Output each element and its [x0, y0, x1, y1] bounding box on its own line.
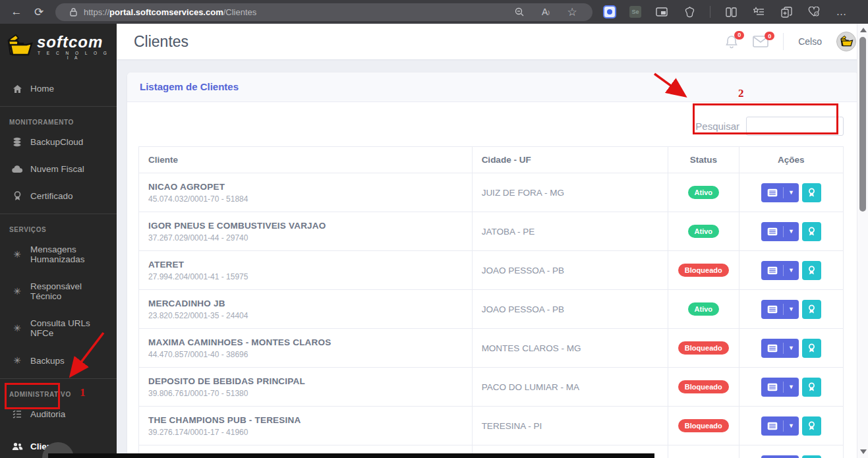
table-row: THE CHAMPIONS PUB - TERESINA 39.276.174/…: [139, 407, 844, 445]
client-city: MONTES CLAROS - MG: [482, 343, 581, 353]
certificate-action-button[interactable]: [802, 455, 821, 458]
details-dropdown-button[interactable]: ▼: [761, 222, 799, 241]
users-icon: [9, 442, 25, 451]
sidebar-item-certificado[interactable]: Certificado: [0, 183, 117, 210]
client-cnpj: 39.276.174/0001-17 - 41960: [148, 428, 463, 437]
status-badge: Bloqueado: [678, 264, 729, 277]
table-row: IGOR PNEUS E COMBUSTIVEIS VARJAO 37.267.…: [139, 212, 844, 251]
sidebar-item-nuvem-fiscal[interactable]: Nuvem Fiscal: [0, 156, 117, 183]
list-card-icon: [761, 383, 783, 391]
medal-icon: [807, 382, 816, 392]
card-header: Listagem de Clientes: [127, 72, 858, 102]
more-menu-icon[interactable]: …: [834, 5, 849, 19]
sidebar-item-label: BackupCloud: [30, 137, 83, 147]
picture-in-picture-icon[interactable]: [654, 5, 669, 19]
client-cnpj: 37.267.029/0001-44 - 29740: [148, 233, 463, 243]
client-cnpj: 39.806.761/0001-70 - 51380: [148, 389, 463, 398]
url-text[interactable]: https://portal.softcomservices.com/Clien…: [84, 7, 512, 17]
asterisk-icon: ✳: [9, 249, 25, 260]
details-dropdown-button[interactable]: ▼: [761, 339, 799, 358]
browser-essentials-icon[interactable]: [807, 5, 821, 19]
collections-icon[interactable]: [751, 5, 766, 19]
sidebar-item-backups[interactable]: ✳ Backups: [0, 347, 117, 374]
scroll-down-arrow[interactable]: [860, 449, 867, 454]
scrollbar-thumb[interactable]: [859, 37, 866, 212]
selenium-extension-icon[interactable]: Se: [629, 6, 641, 18]
search-input[interactable]: [746, 117, 844, 136]
logo[interactable]: softcom T E C N O L O G I A: [0, 24, 117, 70]
notifications-button[interactable]: 0: [725, 35, 738, 49]
sidebar-item-label: Home: [30, 84, 54, 94]
page-scrollbar[interactable]: [857, 24, 868, 458]
client-name: MERCADINHO JB: [148, 299, 463, 308]
asterisk-icon: ✳: [9, 323, 25, 333]
favorite-star-icon[interactable]: ☆: [565, 5, 579, 19]
sidebar-item-responsavel-tecnico[interactable]: ✳ Responsável Técnico: [0, 273, 117, 310]
status-badge: Bloqueado: [678, 341, 729, 355]
sidebar-item-mensagens-humanizadas[interactable]: ✳ Mensagens Humanizadas: [0, 236, 117, 273]
details-dropdown-button[interactable]: ▼: [761, 300, 799, 319]
col-header-cliente: Cliente: [139, 147, 473, 173]
recorder-extension-icon[interactable]: [603, 5, 616, 18]
sidebar-item-label: Backups: [30, 356, 65, 366]
browser-toolbar: ← ⟳ https://portal.softcomservices.com/C…: [0, 0, 868, 24]
certificate-action-button[interactable]: [802, 416, 821, 436]
status-badge: Ativo: [688, 225, 720, 238]
read-aloud-icon[interactable]: A): [538, 5, 553, 19]
refresh-button[interactable]: ⟳: [28, 5, 50, 19]
list-card-icon: [761, 305, 783, 314]
sidebar-item-home[interactable]: Home: [0, 75, 117, 102]
certificate-action-button[interactable]: [802, 261, 821, 280]
col-header-acoes: Ações: [739, 147, 843, 173]
sidebar-item-label: Certificado: [30, 191, 73, 201]
sidebar-item-label: Responsável Técnico: [30, 281, 107, 301]
chevron-down-icon: ▼: [783, 420, 799, 432]
sidebar-item-consulta-urls-nfce[interactable]: ✳ Consulta URLs NFCe: [0, 310, 117, 347]
chevron-down-icon: ▼: [783, 187, 799, 198]
client-city: JUIZ DE FORA - MG: [482, 188, 564, 198]
certificate-action-button[interactable]: [802, 300, 821, 319]
status-badge: Bloqueado: [678, 380, 729, 393]
user-name: Celso: [798, 36, 822, 47]
sidebar-section-servicos: SERVIÇOS: [0, 218, 117, 236]
zoom-out-icon[interactable]: [512, 5, 527, 19]
back-button[interactable]: ←: [5, 5, 28, 18]
shopping-icon[interactable]: [682, 5, 697, 19]
table-header-row: Cliente Cidade - UF Status Ações: [139, 147, 844, 173]
details-dropdown-button[interactable]: ▼: [761, 261, 799, 280]
details-dropdown-button[interactable]: ▼: [761, 378, 799, 397]
scroll-up-arrow[interactable]: [860, 28, 867, 32]
certificate-action-button[interactable]: [802, 339, 821, 358]
sidebar-item-auditoria[interactable]: Auditoria: [0, 401, 117, 428]
sidebar-item-label: Auditoria: [30, 409, 65, 419]
medal-icon: [807, 266, 816, 275]
address-bar[interactable]: https://portal.softcomservices.com/Clien…: [55, 3, 593, 21]
sidebar-item-label: Nuvem Fiscal: [30, 164, 84, 174]
details-dropdown-button[interactable]: ▼: [761, 416, 799, 436]
messages-button[interactable]: 0: [753, 36, 768, 47]
details-dropdown-button[interactable]: ▼: [761, 183, 799, 202]
split-screen-icon[interactable]: [724, 5, 738, 19]
lock-icon[interactable]: [70, 8, 77, 16]
list-card-icon: [761, 422, 783, 430]
page-header: Clientes 0 0 Celso: [117, 24, 868, 59]
sidebar-item-backupcloud[interactable]: BackupCloud: [0, 129, 117, 156]
certificate-action-button[interactable]: [802, 183, 821, 202]
sidebar-section-administrativo: ADMINISTRATIVO: [0, 383, 117, 401]
chevron-down-icon: ▼: [783, 382, 799, 393]
sidebar-divider: [0, 378, 117, 379]
screenshot-stage: ← ⟳ https://portal.softcomservices.com/C…: [0, 0, 868, 458]
sidebar-section-monitoramento: MONITORAMENTO: [0, 111, 117, 129]
details-dropdown-button[interactable]: ▼: [761, 455, 799, 458]
cloud-icon: [9, 165, 25, 173]
table-row: NICAO AGROPET 45.074.032/0001-70 - 51884…: [139, 173, 844, 212]
duplicate-tab-icon[interactable]: [779, 5, 794, 19]
sidebar-divider: [0, 214, 117, 214]
certificate-action-button[interactable]: [802, 222, 821, 241]
medal-icon: [807, 227, 816, 237]
avatar[interactable]: [836, 32, 856, 51]
client-cnpj: 44.470.857/0001-40 - 38696: [148, 350, 463, 359]
certificate-action-button[interactable]: [802, 378, 821, 397]
list-card-icon: [761, 266, 783, 275]
main-area: Clientes 0 0 Celso: [117, 24, 868, 458]
